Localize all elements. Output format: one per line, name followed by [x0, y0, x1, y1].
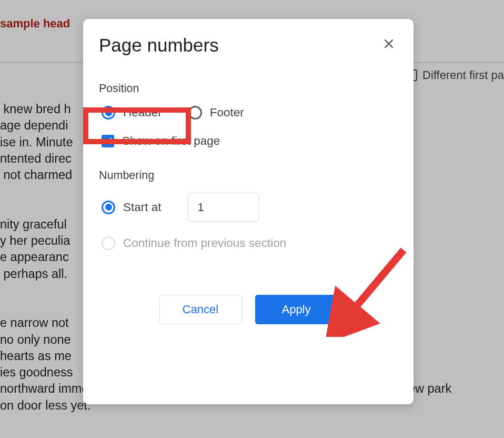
numbering-section-label: Numbering [99, 169, 398, 182]
show-first-page-checkbox[interactable] [102, 135, 114, 147]
cancel-button[interactable]: Cancel [159, 295, 242, 324]
continue-previous-label: Continue from previous section [123, 236, 286, 250]
apply-button[interactable]: Apply [255, 295, 338, 324]
close-button[interactable] [380, 35, 398, 55]
show-first-page-label: Show on first page [122, 134, 220, 148]
footer-radio-label: Footer [210, 106, 244, 120]
start-at-label: Start at [123, 201, 162, 214]
dialog-footer: Cancel Apply [99, 295, 398, 324]
start-at-option[interactable]: Start at [102, 201, 162, 214]
close-icon [382, 37, 396, 51]
continue-previous-option: Continue from previous section [99, 236, 398, 250]
position-footer-option[interactable]: Footer [188, 106, 244, 120]
position-header-option[interactable]: Header [102, 106, 162, 120]
dialog-title: Page numbers [99, 35, 219, 56]
position-section-label: Position [99, 82, 398, 95]
checkmark-icon [103, 136, 113, 146]
start-at-input[interactable] [188, 193, 259, 222]
page-numbers-dialog: Page numbers Position Header Footer Show… [83, 19, 414, 404]
radio-disabled-icon [102, 236, 115, 250]
radio-unselected-icon [188, 106, 202, 120]
dialog-header: Page numbers [99, 35, 398, 56]
radio-selected-icon [102, 106, 115, 120]
header-radio-label: Header [123, 106, 162, 120]
radio-selected-icon [102, 201, 115, 214]
